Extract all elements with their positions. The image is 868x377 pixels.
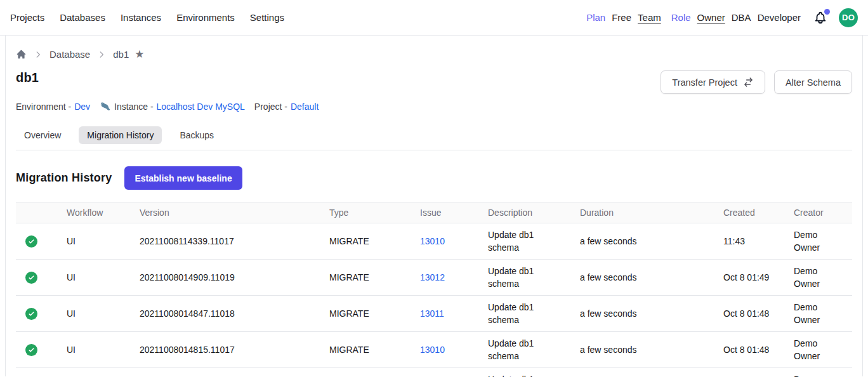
success-check-icon — [25, 235, 37, 248]
created-cell: Oct 8 01:48 — [717, 296, 787, 332]
description-cell: Update db1 schema — [482, 332, 574, 368]
column-header: Type — [323, 202, 414, 223]
role-developer-link[interactable]: Developer — [758, 12, 801, 23]
content-area: Database db1 ★ db1 Transfer Project Alte… — [5, 36, 863, 376]
header-actions: Transfer Project Alter Schema — [661, 70, 852, 94]
table-row[interactable]: UI 20211008012549.11017 MIGRATE 13010 Up… — [16, 368, 852, 377]
transfer-project-button[interactable]: Transfer Project — [661, 70, 765, 94]
column-header: Creator — [787, 202, 852, 223]
issue-cell: 13010 — [414, 332, 482, 368]
plan-team-link[interactable]: Team — [638, 12, 661, 23]
version-cell: 20211008014909.11019 — [133, 260, 323, 296]
issue-link[interactable]: 13010 — [420, 236, 445, 246]
tab-migration-history[interactable]: Migration History — [79, 126, 162, 144]
tab-overview[interactable]: Overview — [16, 126, 69, 144]
table-row[interactable]: UI 20211008014815.11017 MIGRATE 13010 Up… — [16, 332, 852, 368]
workflow-cell: UI — [60, 296, 133, 332]
success-check-icon — [25, 344, 37, 356]
tab-bar: Overview Migration History Backups — [16, 126, 852, 150]
history-table-body: UI 20211008114339.11017 MIGRATE 13010 Up… — [16, 223, 852, 377]
duration-cell: a few seconds — [574, 332, 717, 368]
nav-item-settings[interactable]: Settings — [250, 12, 284, 23]
nav-item-environments[interactable]: Environments — [176, 12, 235, 23]
home-icon[interactable] — [16, 49, 27, 60]
table-row[interactable]: UI 20211008014909.11019 MIGRATE 13012 Up… — [16, 260, 852, 296]
project-label: Project - — [254, 102, 287, 112]
type-cell: MIGRATE — [323, 223, 414, 260]
success-check-icon — [25, 272, 37, 284]
column-header — [16, 202, 60, 223]
description-cell: Update db1 schema — [482, 368, 574, 377]
account-nav: Plan Free Team Role Owner DBA Developer … — [586, 8, 858, 27]
issue-cell: 13011 — [414, 296, 482, 332]
nav-item-databases[interactable]: Databases — [60, 12, 105, 23]
created-cell: Oct 8 01:48 — [717, 332, 787, 368]
duration-cell: a few seconds — [574, 296, 717, 332]
duration-cell: a few seconds — [574, 260, 717, 296]
type-cell: MIGRATE — [323, 332, 414, 368]
instance-link[interactable]: Localhost Dev MySQL — [157, 102, 245, 112]
role-dba-link[interactable]: DBA — [732, 12, 751, 23]
issue-link[interactable]: 13012 — [420, 272, 445, 282]
creator-cell: Demo Owner — [787, 368, 852, 377]
nav-item-projects[interactable]: Projects — [10, 12, 44, 23]
establish-baseline-button[interactable]: Establish new baseline — [124, 166, 242, 190]
created-cell: Oct 8 01:49 — [717, 260, 787, 296]
mysql-dolphin-icon — [100, 101, 111, 112]
workflow-cell: UI — [60, 332, 133, 368]
issue-cell: 13012 — [414, 260, 482, 296]
tab-backups[interactable]: Backups — [171, 126, 222, 144]
duration-cell: a few seconds — [574, 223, 717, 260]
column-header: Created — [717, 202, 787, 223]
plan-label: Plan — [586, 12, 605, 23]
column-header: Description — [482, 202, 574, 223]
description-cell: Update db1 schema — [482, 296, 574, 332]
created-cell: Oct 8 01:25 — [717, 368, 787, 377]
star-filled-icon[interactable]: ★ — [135, 49, 144, 60]
table-row[interactable]: UI 20211008014847.11018 MIGRATE 13011 Up… — [16, 296, 852, 332]
transfer-project-label: Transfer Project — [672, 77, 737, 88]
breadcrumb-item-db1: db1 — [113, 49, 129, 60]
plan-value: Free — [612, 12, 631, 23]
project-link[interactable]: Default — [291, 102, 319, 112]
version-cell: 20211008014815.11017 — [133, 332, 323, 368]
workflow-cell: UI — [60, 223, 133, 260]
alter-schema-label: Alter Schema — [786, 77, 841, 88]
environment-link[interactable]: Dev — [74, 102, 90, 112]
column-header: Version — [133, 202, 323, 223]
issue-link[interactable]: 13010 — [420, 345, 445, 355]
type-cell: MIGRATE — [323, 368, 414, 377]
creator-cell: Demo Owner — [787, 296, 852, 332]
creator-cell: Demo Owner — [787, 223, 852, 260]
creator-cell: Demo Owner — [787, 332, 852, 368]
workflow-cell: UI — [60, 368, 133, 377]
breadcrumb-item-database[interactable]: Database — [49, 49, 90, 60]
nav-item-instances[interactable]: Instances — [121, 12, 161, 23]
creator-cell: Demo Owner — [787, 260, 852, 296]
column-header: Workflow — [60, 202, 133, 223]
type-cell: MIGRATE — [323, 260, 414, 296]
main-nav: Projects Databases Instances Environment… — [10, 12, 284, 23]
status-cell — [16, 296, 60, 332]
role-label: Role — [671, 12, 691, 23]
issue-cell: 13010 — [414, 368, 482, 377]
alter-schema-button[interactable]: Alter Schema — [774, 70, 852, 94]
workflow-cell: UI — [60, 260, 133, 296]
page-title: db1 — [16, 70, 39, 85]
chevron-right-icon — [97, 50, 106, 59]
migration-history-section-header: Migration History Establish new baseline — [16, 166, 852, 190]
chevron-right-icon — [34, 50, 43, 59]
description-cell: Update db1 schema — [482, 260, 574, 296]
notification-bell-button[interactable] — [813, 11, 827, 25]
version-cell: 20211008012549.11017 — [133, 368, 323, 377]
success-check-icon — [25, 308, 37, 320]
issue-link[interactable]: 13011 — [420, 308, 444, 319]
column-header: Issue — [414, 202, 482, 223]
user-avatar[interactable]: DO — [839, 8, 858, 27]
role-owner-link[interactable]: Owner — [697, 12, 725, 23]
table-row[interactable]: UI 20211008114339.11017 MIGRATE 13010 Up… — [16, 223, 852, 260]
status-cell — [16, 368, 60, 377]
type-cell: MIGRATE — [323, 296, 414, 332]
section-title: Migration History — [16, 171, 112, 185]
instance-label: Instance - — [114, 102, 153, 112]
